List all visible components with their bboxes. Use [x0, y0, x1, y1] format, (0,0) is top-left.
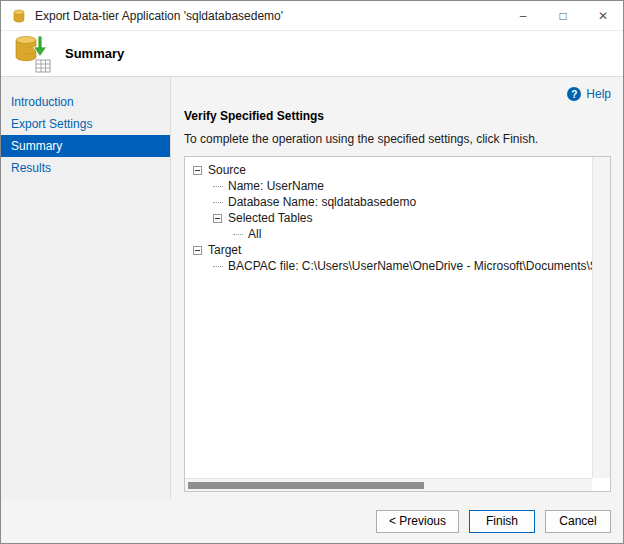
settings-tree: Source Name: UserName Database Name: sql… [185, 162, 592, 478]
horizontal-scrollbar[interactable] [185, 478, 592, 491]
collapse-icon[interactable] [193, 246, 202, 255]
tree-node-label: All [248, 227, 261, 241]
minimize-button[interactable]: – [503, 1, 543, 30]
collapse-icon[interactable] [193, 166, 202, 175]
export-database-icon [13, 33, 53, 75]
tree-connector [213, 202, 223, 203]
export-wizard-window: Export Data-tier Application 'sqldatabas… [0, 0, 624, 544]
wizard-header: Summary [1, 31, 623, 77]
maximize-button[interactable]: □ [543, 1, 583, 30]
window-title: Export Data-tier Application 'sqldatabas… [35, 9, 503, 23]
help-link[interactable]: Help [586, 87, 611, 101]
tree-node-source[interactable]: Source [185, 162, 592, 178]
tree-node-label: Source [208, 163, 246, 177]
sidebar-item-results[interactable]: Results [1, 157, 170, 179]
summary-pane: ? Help Verify Specified Settings To comp… [171, 77, 623, 499]
finish-button[interactable]: Finish [469, 510, 535, 533]
tree-node-selected-tables[interactable]: Selected Tables [185, 210, 592, 226]
tree-node-server-name[interactable]: Name: UserName [185, 178, 592, 194]
vertical-scrollbar[interactable] [592, 157, 610, 478]
cancel-button[interactable]: Cancel [545, 510, 611, 533]
tree-connector [233, 234, 243, 235]
page-title: Summary [65, 46, 124, 61]
sidebar-item-introduction[interactable]: Introduction [1, 91, 170, 113]
tree-node-target[interactable]: Target [185, 242, 592, 258]
instruction-text: To complete the operation using the spec… [184, 132, 611, 146]
tree-node-label: BACPAC file: C:\Users\UserName\OneDrive … [228, 259, 592, 273]
tree-node-bacpac-file[interactable]: BACPAC file: C:\Users\UserName\OneDrive … [185, 258, 592, 274]
tree-node-all-tables[interactable]: All [185, 226, 592, 242]
sidebar-item-summary[interactable]: Summary [1, 135, 170, 157]
close-button[interactable]: ✕ [583, 1, 623, 30]
wizard-footer: < Previous Finish Cancel [1, 499, 623, 543]
tree-connector [213, 186, 223, 187]
section-title: Verify Specified Settings [184, 109, 611, 123]
tree-node-database-name[interactable]: Database Name: sqldatabasedemo [185, 194, 592, 210]
help-row: ? Help [184, 85, 611, 103]
settings-tree-box: Source Name: UserName Database Name: sql… [184, 156, 611, 492]
collapse-icon[interactable] [213, 214, 222, 223]
window-controls: – □ ✕ [503, 1, 623, 30]
horizontal-scrollbar-thumb[interactable] [188, 482, 424, 489]
wizard-body: Introduction Export Settings Summary Res… [1, 77, 623, 499]
sidebar-item-export-settings[interactable]: Export Settings [1, 113, 170, 135]
previous-button[interactable]: < Previous [376, 510, 459, 533]
title-bar: Export Data-tier Application 'sqldatabas… [1, 1, 623, 31]
tree-connector [213, 266, 223, 267]
tree-node-label: Name: UserName [228, 179, 324, 193]
tree-node-label: Target [208, 243, 241, 257]
help-icon[interactable]: ? [567, 87, 581, 101]
wizard-steps-sidebar: Introduction Export Settings Summary Res… [1, 77, 171, 499]
tree-node-label: Selected Tables [228, 211, 313, 225]
app-database-icon [11, 8, 27, 24]
tree-node-label: Database Name: sqldatabasedemo [228, 195, 416, 209]
